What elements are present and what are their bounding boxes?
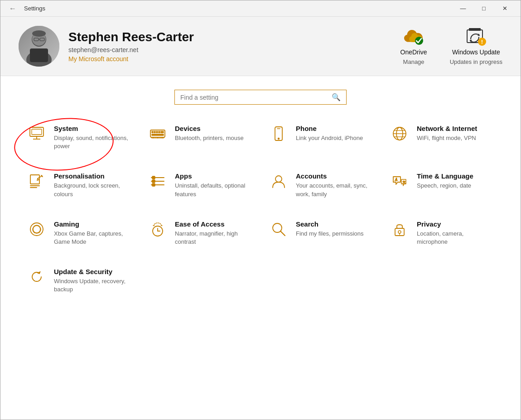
setting-item-time[interactable]: A 文 Time & Language Speech, region, date — [381, 161, 502, 209]
windows-update-icon: ! — [465, 28, 487, 46]
accounts-desc: Your accounts, email, sync, work, family — [296, 182, 372, 198]
svg-rect-23 — [159, 131, 160, 133]
privacy-desc: Location, camera, microphone — [417, 230, 493, 246]
profile-info: Stephen Rees-Carter stephen@rees-carter.… — [68, 30, 194, 63]
setting-item-ease[interactable]: Ease of Access Narrator, magnifier, high… — [140, 209, 260, 257]
setting-item-system[interactable]: System Display, sound, notifications, po… — [19, 114, 140, 161]
system-title: System — [54, 125, 130, 132]
svg-point-55 — [30, 223, 43, 236]
time-text: Time & Language Speech, region, date — [417, 172, 473, 190]
accounts-title: Accounts — [296, 172, 372, 180]
ease-icon — [149, 220, 167, 238]
apps-title: Apps — [175, 172, 251, 180]
gaming-icon — [28, 220, 46, 238]
gaming-desc: Xbox Game Bar, captures, Game Mode — [54, 230, 130, 246]
ease-text: Ease of Access Narrator, magnifier, high… — [175, 220, 251, 246]
svg-rect-21 — [154, 131, 155, 133]
minimize-button[interactable]: — — [453, 0, 473, 17]
settings-grid: System Display, sound, notifications, po… — [0, 114, 521, 305]
svg-rect-51 — [152, 183, 155, 186]
time-title: Time & Language — [417, 172, 473, 180]
svg-rect-49 — [152, 176, 155, 179]
phone-title: Phone — [296, 125, 363, 132]
svg-text:文: 文 — [403, 180, 405, 183]
privacy-icon — [391, 220, 409, 238]
back-button[interactable]: ← — [6, 2, 19, 15]
system-icon — [28, 125, 46, 143]
avatar — [19, 26, 59, 67]
maximize-button[interactable]: □ — [473, 0, 494, 17]
search-settings-text: Search Find my files, permissions — [296, 220, 364, 238]
svg-rect-18 — [32, 129, 42, 135]
svg-text:A: A — [395, 178, 397, 182]
svg-rect-22 — [156, 131, 158, 133]
setting-item-phone[interactable]: Phone Link your Android, iPhone — [260, 114, 381, 161]
profile-left: Stephen Rees-Carter stephen@rees-carter.… — [19, 26, 400, 67]
devices-desc: Bluetooth, printers, mouse — [175, 134, 244, 142]
svg-rect-38 — [30, 175, 39, 184]
svg-rect-4 — [30, 48, 48, 62]
setting-item-devices[interactable]: Devices Bluetooth, printers, mouse — [140, 114, 260, 161]
network-title: Network & Internet — [417, 125, 477, 132]
svg-rect-25 — [152, 134, 164, 135]
search-input[interactable] — [180, 94, 332, 101]
windows-update-title: Windows Update — [452, 48, 500, 56]
setting-item-privacy[interactable]: Privacy Location, camera, microphone — [381, 209, 502, 257]
onedrive-icon — [403, 28, 425, 46]
setting-item-accounts[interactable]: Accounts Your accounts, email, sync, wor… — [260, 161, 381, 209]
svg-point-52 — [275, 176, 282, 182]
title-bar-left: ← Settings — [6, 2, 45, 15]
setting-item-network[interactable]: Network & Internet WiFi, flight mode, VP… — [381, 114, 502, 161]
devices-title: Devices — [175, 125, 244, 132]
svg-point-9 — [32, 30, 46, 37]
system-text: System Display, sound, notifications, po… — [54, 125, 130, 150]
search-settings-desc: Find my files, permissions — [296, 230, 364, 238]
onedrive-title: OneDrive — [400, 48, 427, 56]
phone-desc: Link your Android, iPhone — [296, 134, 363, 142]
privacy-text: Privacy Location, camera, microphone — [417, 220, 493, 246]
update-desc: Windows Update, recovery, backup — [54, 277, 130, 294]
svg-point-65 — [398, 231, 401, 233]
svg-line-43 — [38, 179, 39, 180]
apps-text: Apps Uninstall, defaults, optional featu… — [175, 172, 251, 198]
svg-line-63 — [280, 231, 285, 236]
setting-item-update[interactable]: Update & Security Windows Update, recove… — [19, 257, 140, 304]
phone-icon — [270, 125, 288, 143]
windows-update-shortcut[interactable]: ! Windows Update Updates in progress — [450, 28, 502, 65]
setting-item-search[interactable]: Search Find my files, permissions — [260, 209, 381, 257]
onedrive-shortcut[interactable]: OneDrive Manage — [400, 28, 427, 65]
gaming-text: Gaming Xbox Game Bar, captures, Game Mod… — [54, 220, 130, 246]
profile-header: Stephen Rees-Carter stephen@rees-carter.… — [0, 17, 521, 76]
devices-icon — [149, 125, 167, 143]
search-box[interactable]: 🔍 — [174, 90, 347, 105]
apps-icon — [149, 172, 167, 190]
title-bar: ← Settings — □ ✕ — [0, 0, 521, 17]
microsoft-account-link[interactable]: My Microsoft account — [68, 55, 194, 63]
setting-item-personalisation[interactable]: Personalisation Background, lock screen,… — [19, 161, 140, 209]
window-title: Settings — [24, 5, 45, 12]
svg-rect-20 — [152, 131, 153, 133]
setting-item-gaming[interactable]: Gaming Xbox Game Bar, captures, Game Mod… — [19, 209, 140, 257]
svg-rect-50 — [152, 180, 155, 183]
onedrive-subtitle: Manage — [403, 58, 425, 65]
privacy-title: Privacy — [417, 220, 493, 228]
ease-desc: Narrator, magnifier, high contrast — [175, 230, 251, 246]
time-icon: A 文 — [391, 172, 409, 190]
search-area: 🔍 — [0, 76, 521, 114]
accounts-text: Accounts Your accounts, email, sync, wor… — [296, 172, 372, 198]
update-icon — [28, 268, 46, 286]
svg-text:!: ! — [481, 39, 483, 45]
search-settings-icon — [270, 220, 288, 238]
profile-email: stephen@rees-carter.net — [68, 46, 194, 53]
svg-line-39 — [38, 176, 42, 179]
close-button[interactable]: ✕ — [494, 0, 515, 17]
setting-item-apps[interactable]: Apps Uninstall, defaults, optional featu… — [140, 161, 260, 209]
accounts-icon — [270, 172, 288, 190]
windows-update-subtitle: Updates in progress — [450, 58, 502, 65]
phone-text: Phone Link your Android, iPhone — [296, 125, 363, 142]
personalisation-icon — [28, 172, 46, 190]
devices-text: Devices Bluetooth, printers, mouse — [175, 125, 244, 142]
search-settings-title: Search — [296, 220, 364, 228]
update-text: Update & Security Windows Update, recove… — [54, 268, 130, 294]
system-desc: Display, sound, notifications, power — [54, 134, 130, 150]
